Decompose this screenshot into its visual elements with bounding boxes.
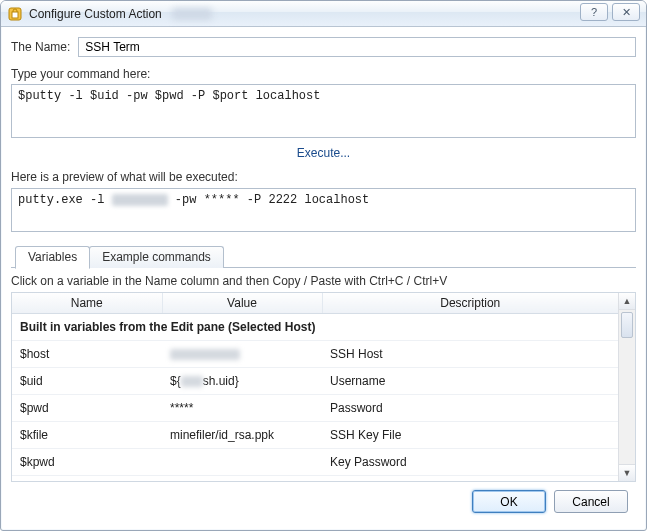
section-heading-row: Built in variables from the Edit pane (S… — [12, 314, 618, 341]
tabstrip-border — [223, 267, 636, 268]
redacted-value — [181, 376, 203, 387]
cancel-button[interactable]: Cancel — [554, 490, 628, 513]
app-icon — [7, 6, 23, 22]
svg-rect-1 — [12, 12, 18, 18]
var-name: $kfile — [12, 422, 162, 449]
col-name[interactable]: Name — [12, 293, 162, 314]
table-row[interactable]: $uid ${sh.uid} Username — [12, 368, 618, 395]
redacted-value — [170, 349, 240, 360]
tab-example-commands[interactable]: Example commands — [89, 246, 224, 268]
command-label: Type your command here: — [11, 67, 636, 81]
window-title: Configure Custom Action — [29, 7, 162, 21]
ok-button[interactable]: OK — [472, 490, 546, 513]
dialog-footer: OK Cancel — [11, 482, 636, 521]
vertical-scrollbar[interactable]: ▲ ▼ — [618, 293, 635, 481]
preview-prefix: putty.exe -l — [18, 193, 112, 207]
scroll-down-arrow[interactable]: ▼ — [619, 464, 635, 481]
var-value: ${sh.uid} — [162, 368, 322, 395]
tab-instruction: Click on a variable in the Name column a… — [11, 274, 636, 288]
section-heading: Built in variables from the Edit pane (S… — [12, 314, 618, 341]
var-name: $kpwd — [12, 449, 162, 476]
col-description[interactable]: Description — [322, 293, 618, 314]
name-label: The Name: — [11, 40, 70, 54]
scroll-track[interactable] — [619, 340, 635, 464]
preview-suffix: -pw ***** -P 2222 localhost — [168, 193, 370, 207]
scroll-up-arrow[interactable]: ▲ — [619, 293, 635, 310]
var-name: $pwd — [12, 395, 162, 422]
preview-output: putty.exe -l -pw ***** -P 2222 localhost — [11, 188, 636, 232]
table-row[interactable]: $kfile minefiler/id_rsa.ppk SSH Key File — [12, 422, 618, 449]
var-name: $host — [12, 341, 162, 368]
titlebar: Configure Custom Action ? ✕ — [1, 1, 646, 27]
col-value[interactable]: Value — [162, 293, 322, 314]
help-button[interactable]: ? — [580, 3, 608, 21]
variables-table: Name Value Description Built in variable… — [12, 293, 618, 476]
var-value — [162, 341, 322, 368]
name-input[interactable] — [78, 37, 636, 57]
var-desc: Key Password — [322, 449, 618, 476]
tabs-container: Variables Example commands — [11, 246, 636, 268]
client-area: The Name: Type your command here: Execut… — [1, 27, 646, 530]
tab-variables[interactable]: Variables — [15, 246, 90, 269]
var-desc: SSH Key File — [322, 422, 618, 449]
scroll-thumb[interactable] — [621, 312, 633, 338]
var-desc: SSH Host — [322, 341, 618, 368]
var-desc: Password — [322, 395, 618, 422]
execute-link[interactable]: Execute... — [11, 146, 636, 160]
close-button[interactable]: ✕ — [612, 3, 640, 21]
variables-table-container: Name Value Description Built in variable… — [11, 292, 636, 482]
preview-redacted-user — [112, 194, 168, 206]
command-textarea[interactable] — [11, 84, 636, 138]
table-row[interactable]: $pwd ***** Password — [12, 395, 618, 422]
table-header-row: Name Value Description — [12, 293, 618, 314]
dialog-window: Configure Custom Action ? ✕ The Name: Ty… — [0, 0, 647, 531]
tabstrip: Variables Example commands — [11, 246, 636, 268]
title-redacted-area — [172, 8, 212, 20]
var-value: ***** — [162, 395, 322, 422]
table-row[interactable]: $host SSH Host — [12, 341, 618, 368]
table-row[interactable]: $kpwd Key Password — [12, 449, 618, 476]
var-desc: Username — [322, 368, 618, 395]
var-value — [162, 449, 322, 476]
var-name: $uid — [12, 368, 162, 395]
preview-label: Here is a preview of what will be execut… — [11, 170, 636, 184]
var-value: minefiler/id_rsa.ppk — [162, 422, 322, 449]
